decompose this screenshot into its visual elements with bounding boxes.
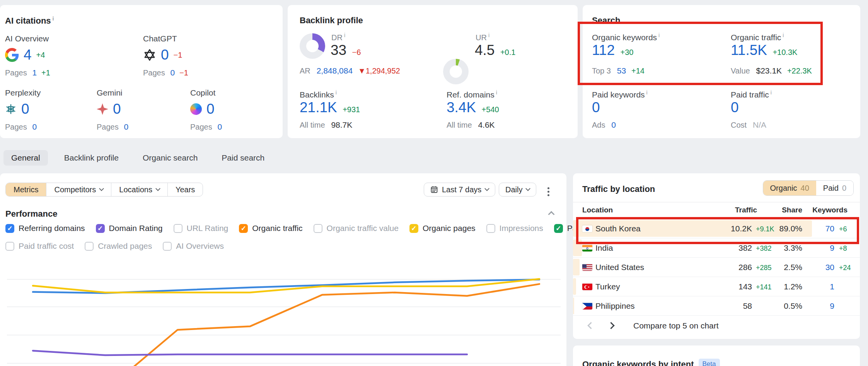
organic-count: 40 [801,184,809,193]
info-icon[interactable]: i [771,89,772,96]
dr-delta: −6 [352,48,361,56]
checkbox [239,224,248,233]
metric-url-rating[interactable]: URL Rating [174,224,229,233]
info-icon[interactable]: i [53,15,54,22]
tile-value[interactable]: 0 [206,101,215,117]
metric-organic-traffic[interactable]: Organic traffic [239,224,302,233]
backlinks-value[interactable]: 21.1K [300,99,337,115]
share-bar [573,259,580,275]
tile-value[interactable]: 0 [21,101,29,117]
checkbox [85,242,94,251]
chevron-down-icon [526,186,531,191]
ai-citations-card: AI citationsi AI Overview 4 +4 Pages 1 +… [0,5,283,138]
next-page-button[interactable] [609,323,614,330]
info-icon[interactable]: i [336,89,337,96]
organic-traffic-label: Organic traffici [731,32,784,42]
table-row-united-states[interactable]: United States 286 +285 2.5% 30 +24 [573,258,860,277]
info-icon[interactable]: i [344,32,345,38]
collapse-chevron-icon[interactable] [548,211,555,218]
ur-value: 4.5 [475,42,495,58]
toggle-paid[interactable]: Paid0 [816,181,853,195]
info-icon[interactable]: i [658,32,660,38]
pages-value[interactable]: 1 [32,68,37,77]
ar-value[interactable]: 2,848,084 [317,66,353,75]
paid-keywords-value[interactable]: 0 [592,99,600,116]
info-icon[interactable]: i [488,32,489,38]
backlinks-delta: +931 [343,105,360,114]
pages-value[interactable]: 0 [124,122,129,131]
pages-delta: +1 [41,68,50,77]
table-row-philippines[interactable]: Philippines 58 0.5% 9 [573,296,860,316]
tile-value[interactable]: 0 [161,47,169,63]
copilot-icon [190,103,202,115]
share-value: 0.5% [770,301,802,311]
backlink-profile-card: Backlink profile DRi 33 −6 AR 2,848,084 … [288,5,578,138]
checkbox [5,224,14,233]
backlinks-label: Backlinksi [300,89,337,99]
organic-keywords-value[interactable]: 112 [592,42,615,58]
share-value: 3.3% [770,243,802,253]
tile-label: AI Overview [5,34,121,43]
ai-tile-gemini: Gemini 0 Pages 0 [97,88,182,132]
pages-value[interactable]: 0 [32,122,37,131]
metric-ai-overviews[interactable]: AI Overviews [163,241,224,251]
cost-row: Cost N/A [731,120,766,130]
metric-crawled-pages[interactable]: Crawled pages [85,241,152,251]
granularity-button[interactable]: Daily [499,183,536,197]
pages-value[interactable]: 0 [218,122,222,131]
years-button[interactable]: Years [168,183,203,196]
metric-domain-rating[interactable]: Domain Rating [96,224,163,233]
traffic-by-location-title: Traffic by location [582,184,655,194]
paid-traffic-label: Paid traffici [731,89,772,99]
metrics-button[interactable]: Metrics [6,183,46,196]
organic-traffic-value[interactable]: 11.5K [731,42,767,58]
date-range-button[interactable]: Last 7 days [424,183,495,197]
column-traffic: Traffic [701,206,757,214]
table-row-south-korea[interactable]: South Korea 10.2K +9.1K 89.0% 70 +6 [573,219,860,238]
metric-toggles-row-1: Referring domains Domain Rating URL Rati… [5,224,605,233]
metric-paid-traffic-cost[interactable]: Paid traffic cost [5,241,74,251]
ur-donut [443,59,469,84]
ref-domains-value[interactable]: 3.4K [447,99,476,115]
compare-top5-label[interactable]: Compare top 5 on chart [633,321,719,330]
metric-organic-traffic-value[interactable]: Organic traffic value [314,224,399,233]
tab-general[interactable]: General [3,150,48,166]
keywords-value[interactable]: 70 [805,224,834,233]
location-name: India [595,243,613,253]
pages-value[interactable]: 0 [171,68,175,77]
info-icon[interactable]: i [783,32,784,38]
toggle-organic[interactable]: Organic40 [763,181,816,195]
ai-tile-ai-overview: AI Overview 4 +4 Pages 1 +1 [5,34,121,77]
tab-backlink-profile[interactable]: Backlink profile [56,150,126,166]
tab-paid-search[interactable]: Paid search [214,150,272,166]
tile-value[interactable]: 0 [113,101,121,117]
prev-page-button[interactable] [588,323,593,330]
checkbox [409,224,418,233]
metric-impressions[interactable]: Impressions [486,224,543,233]
paid-keywords-label: Paid keywordsi [592,89,648,99]
column-keywords: Keywords [805,206,848,214]
table-row-turkey[interactable]: Turkey 143 +141 1.2% 1 [573,277,860,296]
info-icon[interactable]: i [496,89,497,96]
paid-traffic-value[interactable]: 0 [731,99,739,116]
traffic-value: 382 [701,243,752,253]
keywords-value[interactable]: 1 [805,282,834,291]
keywords-value[interactable]: 30 [805,263,834,272]
locations-button[interactable]: Locations [111,183,168,196]
metric-organic-pages[interactable]: Organic pages [409,224,476,233]
keywords-value[interactable]: 9 [805,243,834,253]
kebab-menu-button[interactable] [545,184,552,199]
table-row-india[interactable]: India 382 +382 3.3% 9 +8 [573,238,860,258]
share-value: 2.5% [770,263,802,272]
flag-south-korea-icon [582,225,592,232]
traffic-value: 143 [701,282,752,291]
tab-organic-search[interactable]: Organic search [135,150,205,166]
chatgpt-icon [143,48,156,62]
checkbox [96,224,105,233]
competitors-button[interactable]: Competitors [46,183,111,196]
info-icon[interactable]: i [646,89,648,96]
ref-domains-delta: +540 [482,105,499,114]
metric-referring-domains[interactable]: Referring domains [5,224,85,233]
tile-value[interactable]: 4 [24,47,32,63]
keywords-value[interactable]: 9 [805,301,834,311]
